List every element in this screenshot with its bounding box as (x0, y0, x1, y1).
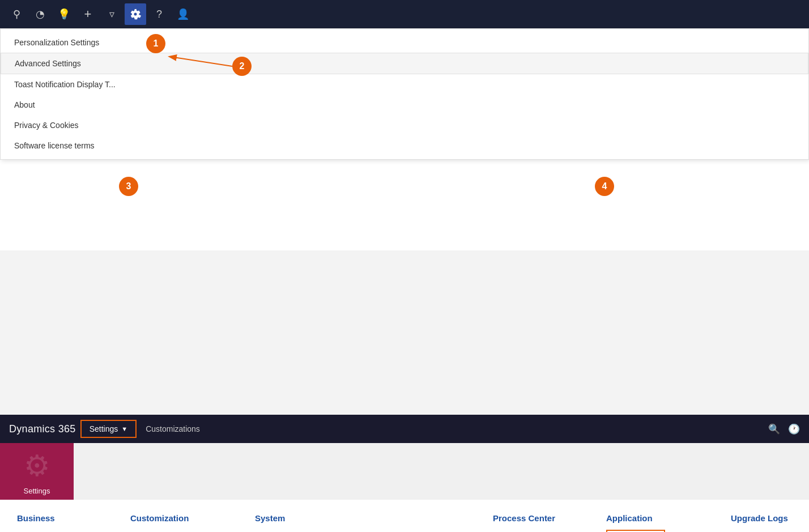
content-area: Business Business Manageme... Templates … (0, 500, 809, 532)
customizations-link[interactable]: Customizations (146, 424, 200, 433)
settings-tile[interactable]: ⚙ Settings (0, 443, 74, 500)
nav-search-icon[interactable]: 🔍 (768, 423, 780, 435)
system-col1: Administration Security Data Management (255, 530, 347, 532)
application-section: Application Apps (606, 513, 731, 532)
plus-icon[interactable]: + (77, 3, 99, 25)
settings-header-area: ⚙ Settings (0, 443, 809, 500)
annotation-2: 2 (232, 57, 252, 76)
upgrade-runs-icon (731, 530, 749, 532)
main-nav-right: 🔍 🕐 (768, 423, 809, 435)
customizations-icon (130, 530, 148, 532)
business-mgmt-icon (17, 530, 35, 532)
application-header: Application (606, 513, 719, 523)
search-icon[interactable]: ⚲ (6, 3, 27, 25)
help-icon[interactable]: ? (148, 3, 170, 25)
activity-icon[interactable]: ◔ (29, 3, 51, 25)
system-col2: Email Configuration Activity Feeds Confi… (359, 530, 454, 532)
sections-grid: Business Business Manageme... Templates … (17, 513, 792, 532)
settings-tile-label: Settings (24, 487, 50, 495)
customization-section: Customization Customizations Solutions P… (130, 513, 255, 532)
processes-icon (493, 530, 511, 532)
about-item[interactable]: About (1, 95, 808, 115)
settings-btn-label: Settings (90, 424, 118, 433)
user-icon[interactable]: 👤 (172, 3, 194, 25)
advanced-settings-item[interactable]: Advanced Settings (1, 53, 808, 74)
email-config-item[interactable]: Email Configuration (359, 530, 454, 532)
email-config-icon (359, 530, 377, 532)
filter-icon[interactable]: ▿ (101, 3, 122, 25)
process-center-section: Process Center Processes (493, 513, 606, 532)
administration-icon (255, 530, 273, 532)
main-nav-bar: Dynamics 365 Settings ▼ Customizations 🔍… (0, 415, 809, 443)
business-section: Business Business Manageme... Templates … (17, 513, 130, 532)
business-management-item[interactable]: Business Manageme... (17, 530, 119, 532)
chevron-down-icon: ▼ (121, 425, 127, 432)
customization-header: Customization (130, 513, 244, 523)
upgrade-logs-header: Upgrade Logs (731, 513, 809, 523)
system-section: System Administration Security (255, 513, 493, 532)
system-header: System (255, 513, 482, 523)
upgrade-runs-item[interactable]: Upgrade Runs (731, 530, 809, 532)
process-center-header: Process Center (493, 513, 595, 523)
settings-nav-button[interactable]: Settings ▼ (80, 420, 137, 438)
settings-icon[interactable] (125, 3, 146, 25)
nav-history-icon[interactable]: 🕐 (788, 423, 800, 435)
brand-label: Dynamics 365 (9, 423, 76, 435)
settings-tile-gear-icon: ⚙ (24, 449, 50, 483)
annotation-3: 3 (119, 177, 138, 196)
privacy-cookies-item[interactable]: Privacy & Cookies (1, 115, 808, 135)
app-highlight-box: Apps (606, 530, 665, 532)
svg-line-0 (170, 57, 232, 66)
processes-item[interactable]: Processes (493, 530, 595, 532)
settings-dropdown: Personalization Settings Advanced Settin… (0, 28, 809, 160)
lightbulb-icon[interactable]: 💡 (53, 3, 75, 25)
upgrade-logs-section: Upgrade Logs Upgrade Runs (731, 513, 809, 532)
annotation-4: 4 (595, 177, 614, 196)
top-nav-bar: ⚲ ◔ 💡 + ▿ ? 👤 1 (0, 0, 809, 28)
administration-item[interactable]: Administration (255, 530, 347, 532)
personalization-settings-item[interactable]: Personalization Settings (1, 32, 808, 53)
software-license-item[interactable]: Software license terms (1, 135, 808, 156)
annotation-2-arrow (159, 28, 272, 85)
toast-notification-item[interactable]: Toast Notification Display T... (1, 74, 808, 95)
customizations-item[interactable]: Customizations (130, 530, 244, 532)
business-header: Business (17, 513, 119, 523)
